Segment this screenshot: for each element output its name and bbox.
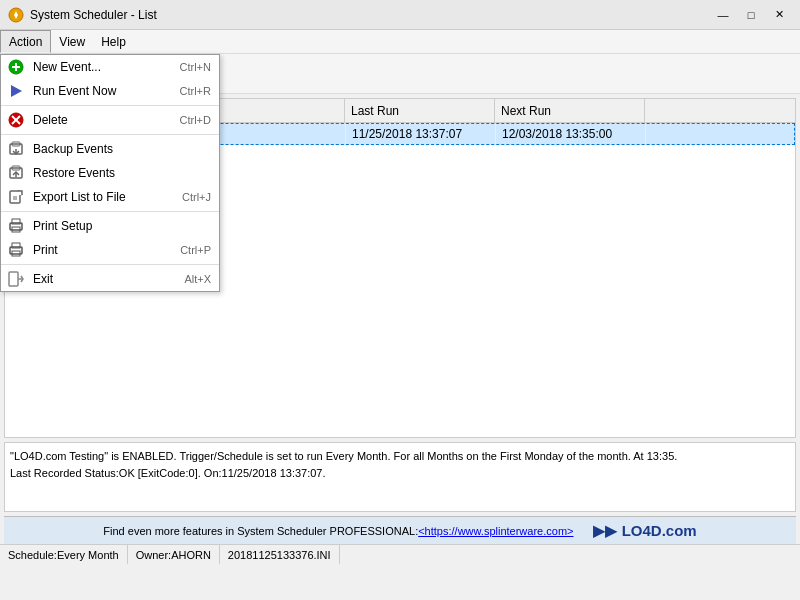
menu-item-exit[interactable]: Exit Alt+X <box>1 267 219 291</box>
menu-item-delete[interactable]: Delete Ctrl+D <box>1 108 219 132</box>
window-title: System Scheduler - List <box>30 8 710 22</box>
menu-item-export[interactable]: Export List to File Ctrl+J <box>1 185 219 209</box>
close-button[interactable]: ✕ <box>766 5 792 25</box>
delete-icon <box>7 111 25 129</box>
action-dropdown-menu: New Event... Ctrl+N Run Event Now Ctrl+R <box>0 54 220 292</box>
menu-item-run-event[interactable]: Run Event Now Ctrl+R <box>1 79 219 103</box>
status-line-2: Last Recorded Status:OK [ExitCode:0]. On… <box>10 465 790 482</box>
window-controls: — □ ✕ <box>710 5 792 25</box>
maximize-button[interactable]: □ <box>738 5 764 25</box>
separator-4 <box>1 264 219 265</box>
minimize-button[interactable]: — <box>710 5 736 25</box>
title-bar: System Scheduler - List — □ ✕ <box>0 0 800 30</box>
status-owner: Owner:AHORN <box>128 545 220 564</box>
menu-action[interactable]: Action <box>0 30 51 53</box>
status-schedule: Schedule:Every Month <box>0 545 128 564</box>
plus-circle-icon <box>7 58 25 76</box>
info-bar: Find even more features in System Schedu… <box>4 516 796 544</box>
lo4d-logo: ▶▶ LO4D.com <box>593 522 696 540</box>
separator-2 <box>1 134 219 135</box>
svg-marker-4 <box>11 85 22 97</box>
exit-icon <box>7 270 25 288</box>
menu-item-print[interactable]: Print Ctrl+P <box>1 238 219 262</box>
play-icon <box>7 82 25 100</box>
backup-icon <box>7 140 25 158</box>
printer-icon <box>7 241 25 259</box>
cell-lastrun: 11/25/2018 13:37:07 <box>346 124 496 144</box>
menu-view[interactable]: View <box>51 30 93 53</box>
svg-rect-25 <box>9 272 18 286</box>
col-header-lastrun: Last Run <box>345 99 495 122</box>
menu-bar: Action View Help New Event... Ctrl+N <box>0 30 800 54</box>
separator-1 <box>1 105 219 106</box>
info-text: Find even more features in System Schedu… <box>103 525 418 537</box>
separator-3 <box>1 211 219 212</box>
menu-item-restore[interactable]: Restore Events <box>1 161 219 185</box>
printer-setup-icon <box>7 217 25 235</box>
cell-nextrun: 12/03/2018 13:35:00 <box>496 124 646 144</box>
export-icon <box>7 188 25 206</box>
status-date: 20181125133376.INI <box>220 545 340 564</box>
menu-item-backup[interactable]: Backup Events <box>1 137 219 161</box>
info-link[interactable]: <https://www.splinterware.com> <box>418 525 573 537</box>
restore-icon <box>7 164 25 182</box>
menu-item-new-event[interactable]: New Event... Ctrl+N <box>1 55 219 79</box>
col-header-nextrun: Next Run <box>495 99 645 122</box>
app-icon <box>8 7 24 23</box>
status-line-1: "LO4D.com Testing" is ENABLED. Trigger/S… <box>10 448 790 465</box>
status-area: "LO4D.com Testing" is ENABLED. Trigger/S… <box>4 442 796 512</box>
menu-item-print-setup[interactable]: Print Setup <box>1 214 219 238</box>
status-bar: Schedule:Every Month Owner:AHORN 2018112… <box>0 544 800 564</box>
menu-help[interactable]: Help <box>93 30 134 53</box>
